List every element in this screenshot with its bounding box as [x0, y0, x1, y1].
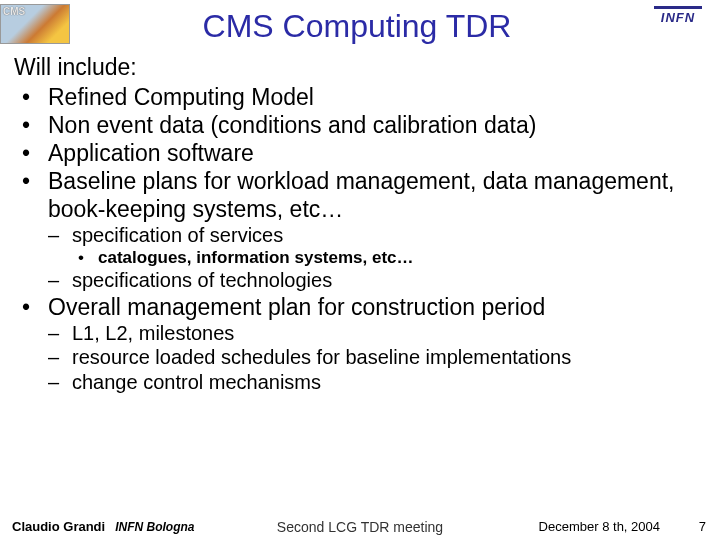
slide-body: Will include: Refined Computing Model No… — [0, 45, 720, 394]
footer-affiliation: INFN Bologna — [115, 520, 194, 534]
footer-page-number: 7 — [699, 519, 706, 534]
list-item: Baseline plans for workload management, … — [14, 167, 706, 223]
sub-bullet-list: specifications of technologies — [14, 268, 706, 292]
list-item: change control mechanisms — [14, 370, 706, 394]
infn-logo-text: INFN — [661, 10, 695, 25]
footer-author: Claudio Grandi — [12, 519, 105, 534]
list-item: Refined Computing Model — [14, 83, 706, 111]
list-item: L1, L2, milestones — [14, 321, 706, 345]
list-item: catalogues, information systems, etc… — [14, 248, 706, 269]
footer-date: December 8 th, 2004 — [539, 519, 660, 534]
list-item: Application software — [14, 139, 706, 167]
infn-logo: INFN — [644, 4, 712, 44]
list-item: resource loaded schedules for baseline i… — [14, 345, 706, 369]
slide-header: CMS Computing TDR INFN — [0, 0, 720, 45]
slide-title: CMS Computing TDR — [70, 4, 644, 45]
list-item: Overall management plan for construction… — [14, 293, 706, 321]
list-item: Non event data (conditions and calibrati… — [14, 111, 706, 139]
list-item: specification of services — [14, 223, 706, 247]
lead-text: Will include: — [14, 53, 706, 81]
slide-footer: Claudio Grandi INFN Bologna Second LCG T… — [0, 519, 720, 534]
sub-bullet-list: specification of services — [14, 223, 706, 247]
subsub-bullet-list: catalogues, information systems, etc… — [14, 248, 706, 269]
bullet-list: Overall management plan for construction… — [14, 293, 706, 321]
sub-bullet-list: L1, L2, milestones resource loaded sched… — [14, 321, 706, 394]
cms-logo — [0, 4, 70, 44]
footer-venue: Second LCG TDR meeting — [277, 519, 443, 535]
list-item: specifications of technologies — [14, 268, 706, 292]
bullet-list: Refined Computing Model Non event data (… — [14, 83, 706, 223]
